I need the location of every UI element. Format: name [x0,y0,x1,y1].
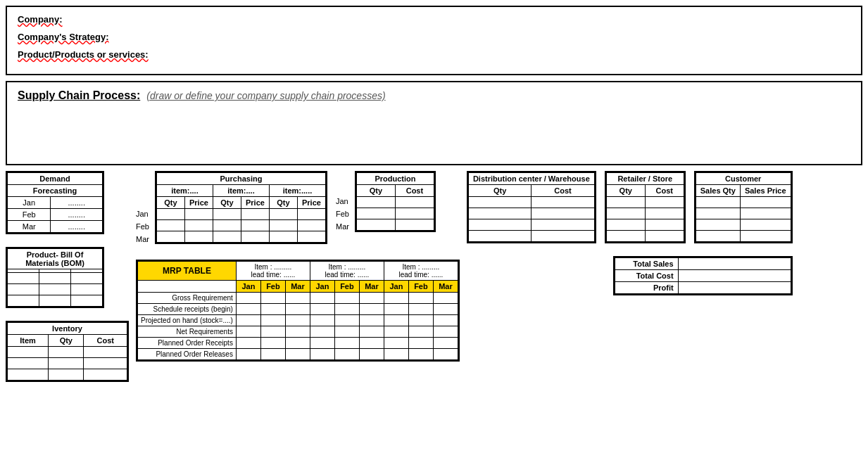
retailer-col-cost: Cost [645,185,684,197]
table-row [356,219,434,231]
supply-chain-section: Supply Chain Process: (draw or define yo… [6,81,862,165]
purch-jan-label: Jan [136,208,149,220]
prod-col-cost: Cost [395,185,434,197]
customer-col-sales-price: Sales Price [740,185,791,197]
mrp-month-feb1: Feb [260,281,285,293]
demand-value-mar: ........ [51,221,103,233]
product-label-line: Product/Products or services: [18,49,850,60]
mrp-item2: Item : .........lead time: ...... [310,262,384,281]
table-row [8,358,127,369]
mrp-row-net: Net Requirements [138,326,458,338]
totals-box: Total Sales Total Cost Profit [613,256,793,295]
demand-forecasting-box: Demand Forecasting Jan ........ Feb ....… [6,171,104,234]
inventory-box: Iventory Item Qty Cost [6,321,129,382]
table-row [696,219,791,231]
customer-box: Customer Sales Qty Sales Price [694,171,793,243]
company-label: Company: [18,14,63,25]
middle-column: Jan Feb Mar Purchasing item:.... item:..… [136,171,460,362]
table-row: Mar ........ [8,221,103,233]
bom-box: Product- Bill Of Materials (BOM) [6,247,104,308]
right-column: Distribution center / Warehouse Qty Cost [467,171,793,295]
table-row [606,197,684,208]
table-row [696,197,791,208]
purchasing-box: Purchasing item:.... item:.... item:....… [155,171,327,244]
supply-chain-title-row: Supply Chain Process: (draw or define yo… [18,89,850,102]
purchasing-item3: item:..... [269,185,325,197]
purchasing-item1: item:.... [156,185,213,197]
purch-col-price1: Price [184,197,213,209]
company-info-section: Company: Company's Strategy: Product/Pro… [6,6,862,75]
mrp-month-mar2: Mar [359,281,384,293]
table-row [356,208,434,219]
purch-feb-label: Feb [136,220,149,233]
purchasing-month-labels: Jan Feb Mar [136,171,149,248]
inventory-col-item: Item [8,335,49,347]
inventory-col-qty: Qty [49,335,84,347]
mrp-label-net: Net Requirements [138,326,237,338]
production-title: Production [356,173,434,185]
table-row [468,208,594,219]
total-sales-label: Total Sales [615,258,678,270]
totals-area: Total Sales Total Cost Profit [613,249,793,295]
production-month-labels: Jan Feb Mar [336,171,349,236]
table-row [8,273,103,284]
table-row: Jan ........ [8,197,103,209]
retailer-title: Retailer / Store [606,173,684,185]
bom-title: Product- Bill Of Materials (BOM) [8,249,103,269]
left-column: Demand Forecasting Jan ........ Feb ....… [6,171,129,382]
prod-feb-label: Feb [336,208,349,220]
company-label-line: Company: [18,14,850,25]
prod-mar-label: Mar [336,220,349,233]
mrp-section: MRP TABLE Item : .........lead time: ...… [136,260,460,362]
customer-title: Customer [696,173,791,185]
distribution-box: Distribution center / Warehouse Qty Cost [467,171,596,243]
mrp-table-wrap: MRP TABLE Item : .........lead time: ...… [136,260,460,362]
main-content-area: Demand Forecasting Jan ........ Feb ....… [6,171,862,382]
purch-col-price3: Price [297,197,325,209]
demand-title: Demand [8,173,103,185]
profit-value [678,282,791,294]
prod-jan-label: Jan [336,195,349,208]
table-row [8,284,103,295]
inventory-col-cost: Cost [84,335,127,347]
table-row [468,197,594,208]
profit-label: Profit [615,282,678,294]
mrp-month-mar3: Mar [433,281,458,293]
table-row [156,209,325,220]
product-label: Product/Products or services: [18,49,149,60]
right-tables-row: Distribution center / Warehouse Qty Cost [467,171,793,243]
production-box: Production Qty Cost [355,171,436,232]
mrp-month-feb2: Feb [334,281,359,293]
table-row [468,219,594,231]
customer-col-sales-qty: Sales Qty [696,185,740,197]
table-row [8,347,127,358]
mrp-row-schedule: Schedule receipts (begin) [138,304,458,315]
mrp-item3: Item : .........lead time: ...... [384,262,458,281]
demand-month-feb: Feb [8,209,51,221]
retailer-box: Retailer / Store Qty Cost [605,171,686,243]
table-row [696,208,791,219]
table-row [606,231,684,242]
mrp-item1: Item : .........lead time: ...... [236,262,310,281]
purch-col-qty1: Qty [156,197,184,209]
total-cost-value [678,270,791,282]
table-row: Feb ........ [8,209,103,221]
demand-value-feb: ........ [51,209,103,221]
mrp-label-gross: Gross Requirement [138,293,237,304]
profit-row: Profit [615,282,791,294]
mrp-label-planned-receipts: Planned Order Receipts [138,338,237,349]
demand-value-jan: ........ [51,197,103,209]
prod-col-qty: Qty [356,185,395,197]
purch-col-qty3: Qty [269,197,297,209]
distrib-col-qty: Qty [468,185,531,197]
mrp-title: MRP TABLE [138,262,237,281]
mrp-row-planned-releases: Planned Order Releases [138,349,458,360]
mrp-month-feb3: Feb [408,281,433,293]
table-row [8,295,103,307]
mrp-row-planned-receipts: Planned Order Receipts [138,338,458,349]
supply-chain-title: Supply Chain Process: [18,89,140,101]
purchasing-title: Purchasing [156,173,325,185]
mrp-row-gross: Gross Requirement [138,293,458,304]
table-row [468,231,594,242]
mrp-label-planned-releases: Planned Order Releases [138,349,237,360]
